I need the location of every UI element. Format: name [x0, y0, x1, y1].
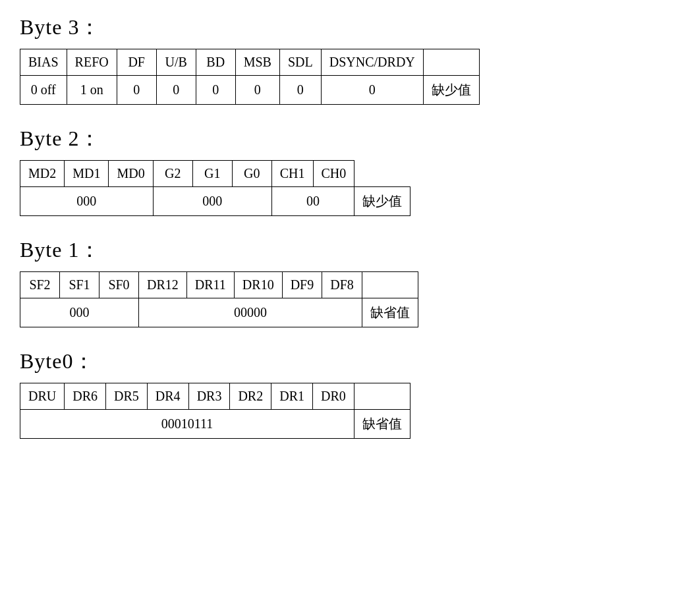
byte2-col-md2: MD2 — [20, 161, 65, 187]
byte0-col-dr6: DR6 — [65, 383, 106, 410]
byte1-col-dr10: DR10 — [234, 272, 282, 298]
byte3-col-dsync: DSYNC/DRDY — [321, 49, 423, 76]
byte1-val-dr: 00000 — [139, 298, 362, 327]
byte0-col-dr0: DR0 — [313, 383, 354, 410]
byte0-col-dr1: DR1 — [271, 383, 313, 410]
byte3-col-refo: REFO — [67, 49, 117, 76]
byte1-col-sf0: SF0 — [99, 272, 139, 298]
byte1-col-empty — [362, 272, 418, 298]
byte3-default-value: 缺少值 — [423, 76, 479, 105]
byte2-col-md1: MD1 — [65, 161, 109, 187]
byte2-col-g2: G2 — [153, 161, 192, 187]
byte3-section: Byte 3： BIAS REFO DF U/B BD MSB SDL DSYN… — [20, 13, 660, 105]
byte3-title: Byte 3： — [20, 13, 660, 42]
byte3-col-df: DF — [117, 49, 156, 76]
byte1-table: SF2 SF1 SF0 DR12 DR11 DR10 DF9 DF8 000 0… — [20, 271, 418, 327]
byte2-value-row: 000 000 00 缺少值 — [20, 187, 411, 216]
byte0-col-dr5: DR5 — [106, 383, 148, 410]
byte2-val-ch: 00 — [271, 187, 354, 216]
byte2-default-value: 缺少值 — [354, 187, 411, 216]
byte0-col-dr2: DR2 — [230, 383, 271, 410]
byte2-val-g: 000 — [153, 187, 271, 216]
byte3-val-df: 0 — [117, 76, 156, 105]
byte0-val-all: 00010111 — [20, 410, 354, 439]
byte0-default-value: 缺省值 — [354, 410, 410, 439]
byte1-header-row: SF2 SF1 SF0 DR12 DR11 DR10 DF9 DF8 — [20, 272, 418, 298]
byte3-val-ub: 0 — [156, 76, 196, 105]
byte1-col-dr11: DR11 — [186, 272, 234, 298]
byte2-col-ch1: CH1 — [271, 161, 313, 187]
byte3-col-msb: MSB — [235, 49, 279, 76]
byte2-col-md0: MD0 — [109, 161, 153, 187]
byte1-col-df9: DF9 — [282, 272, 322, 298]
byte1-section: Byte 1： SF2 SF1 SF0 DR12 DR11 DR10 DF9 D… — [20, 236, 660, 327]
byte0-col-empty — [354, 383, 410, 410]
byte3-val-dsync: 0 — [321, 76, 423, 105]
byte1-val-sf: 000 — [20, 298, 139, 327]
byte3-col-bias: BIAS — [20, 49, 67, 76]
byte2-col-g0: G0 — [232, 161, 271, 187]
byte2-val-md: 000 — [20, 187, 154, 216]
byte0-table: DRU DR6 DR5 DR4 DR3 DR2 DR1 DR0 00010111… — [20, 383, 411, 439]
byte3-val-msb: 0 — [235, 76, 279, 105]
byte1-col-sf2: SF2 — [20, 272, 60, 298]
byte3-col-empty — [423, 49, 479, 76]
byte3-val-sdl: 0 — [279, 76, 321, 105]
byte2-title: Byte 2： — [20, 125, 660, 154]
byte3-col-bd: BD — [196, 49, 235, 76]
byte0-header-row: DRU DR6 DR5 DR4 DR3 DR2 DR1 DR0 — [20, 383, 411, 410]
byte2-col-ch0: CH0 — [313, 161, 354, 187]
byte2-section: Byte 2： MD2 MD1 MD0 G2 G1 G0 CH1 CH0 000… — [20, 125, 660, 216]
byte1-col-df8: DF8 — [322, 272, 362, 298]
byte2-table: MD2 MD1 MD0 G2 G1 G0 CH1 CH0 000 000 00 … — [20, 160, 411, 216]
byte0-section: Byte0： DRU DR6 DR5 DR4 DR3 DR2 DR1 DR0 0… — [20, 347, 660, 439]
byte3-header-row: BIAS REFO DF U/B BD MSB SDL DSYNC/DRDY — [20, 49, 480, 76]
byte2-header-row: MD2 MD1 MD0 G2 G1 G0 CH1 CH0 — [20, 161, 411, 187]
byte1-title: Byte 1： — [20, 236, 660, 265]
byte1-col-sf1: SF1 — [60, 272, 99, 298]
byte3-val-bias: 0 off — [20, 76, 67, 105]
byte3-col-sdl: SDL — [279, 49, 321, 76]
byte0-col-dr3: DR3 — [188, 383, 230, 410]
byte3-col-ub: U/B — [156, 49, 196, 76]
byte0-col-dr4: DR4 — [147, 383, 188, 410]
byte3-value-row: 0 off 1 on 0 0 0 0 0 0 缺少值 — [20, 76, 480, 105]
byte0-value-row: 00010111 缺省值 — [20, 410, 411, 439]
byte3-val-bd: 0 — [196, 76, 235, 105]
byte3-table: BIAS REFO DF U/B BD MSB SDL DSYNC/DRDY 0… — [20, 49, 480, 105]
byte1-value-row: 000 00000 缺省值 — [20, 298, 418, 327]
byte3-val-refo: 1 on — [67, 76, 117, 105]
byte1-default-value: 缺省值 — [362, 298, 418, 327]
byte0-col-dru: DRU — [20, 383, 65, 410]
byte2-col-g1: G1 — [192, 161, 232, 187]
byte0-title: Byte0： — [20, 347, 660, 376]
byte1-col-dr12: DR12 — [139, 272, 187, 298]
